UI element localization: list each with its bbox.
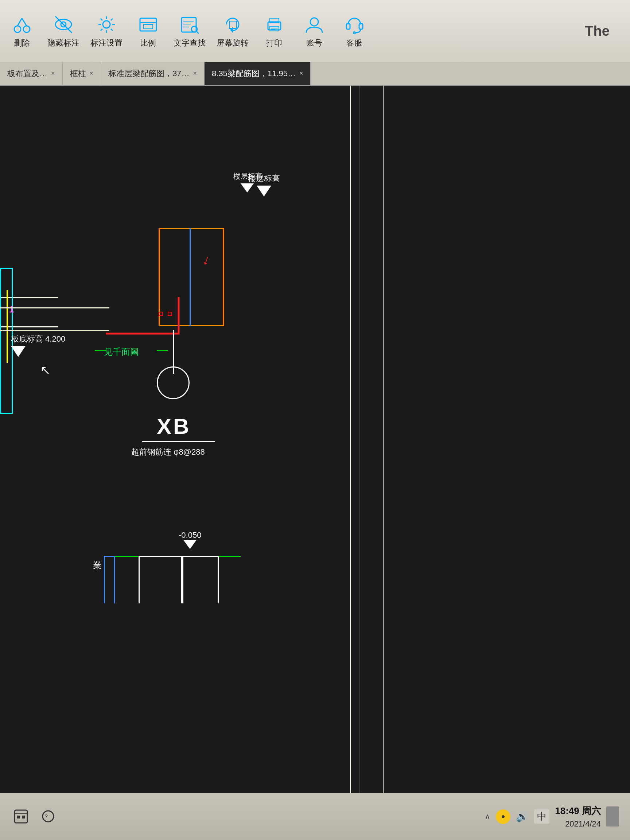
svg-point-0 <box>14 26 21 32</box>
rotate-icon <box>222 14 243 35</box>
elevation-bottom-label: -0.050 <box>178 531 201 540</box>
cursor-icon: ↖ <box>40 363 50 377</box>
tab-3-close[interactable]: × <box>193 69 197 77</box>
taskbar-time: 18:49 周六 <box>555 805 601 817</box>
vertical-line-2 <box>383 86 384 793</box>
xb-underline <box>142 441 215 442</box>
elevation-left-label: 板底标高 4.200 <box>11 333 65 344</box>
tab-1[interactable]: 板布置及… × <box>0 62 63 85</box>
tab-4-label: 8.35梁配筋图，11.95… <box>212 68 296 79</box>
tab-2-close[interactable]: × <box>90 69 94 77</box>
toolbar-hide-annotation[interactable]: 隐藏标注 <box>47 14 79 49</box>
svg-line-16 <box>196 32 199 33</box>
printer-icon <box>263 14 285 35</box>
tab-4[interactable]: 8.35梁配筋图，11.95… × <box>205 62 311 85</box>
tab-3[interactable]: 标准层梁配筋图，37… × <box>101 62 205 85</box>
svg-point-1 <box>23 26 30 32</box>
taskbar: ? ∧ ● 🔊 中 18:49 周六 2021/4/24 <box>0 793 630 840</box>
svg-point-24 <box>310 18 318 26</box>
tabbar: 板布置及… × 框柱 × 标准层梁配筋图，37… × 8.35梁配筋图，11.9… <box>0 62 630 86</box>
scissors-icon <box>11 14 33 35</box>
svg-rect-11 <box>182 17 196 32</box>
toolbar-erase[interactable]: 删除 <box>7 14 36 49</box>
xb-sublabel: 超前钢筋连 φ8@288 <box>131 447 205 458</box>
toolbar-annotation-settings[interactable]: 标注设置 <box>90 14 123 49</box>
triangle-bottom-icon <box>183 540 196 549</box>
toolbar-screen-rotate[interactable]: 屏幕旋转 <box>216 14 249 49</box>
hline-long-2 <box>0 330 109 331</box>
toolbar-hide-annotation-label: 隐藏标注 <box>47 38 79 49</box>
cad-canvas: 楼层标高 楼层标高 1 板底标高 4.200 ↖ ↑ 见千面圖 XB 超前钢筋连… <box>0 86 630 793</box>
settings-icon <box>96 14 117 35</box>
toolbar-scale[interactable]: 比例 <box>133 14 163 49</box>
toolbar-annotation-settings-label: 标注设置 <box>90 38 123 49</box>
bottom-rect-1 <box>104 556 115 603</box>
floor-elevation-label: 楼层标高 <box>233 171 262 181</box>
tab-3-label: 标准层梁配筋图，37… <box>108 68 189 79</box>
svg-point-7 <box>103 21 110 28</box>
svg-marker-17 <box>230 27 233 33</box>
red-square-2 <box>168 312 172 316</box>
jian-label: 见千面圖 <box>104 346 139 358</box>
triangle-left-icon <box>11 346 25 357</box>
svg-rect-26 <box>359 24 363 29</box>
hline-long-1 <box>0 307 109 308</box>
circle-symbol <box>157 366 189 399</box>
tab-4-close[interactable]: × <box>299 69 303 77</box>
tab-1-label: 板布置及… <box>7 68 47 79</box>
left-number: 1 <box>9 305 14 315</box>
taskbar-icon-1[interactable] <box>11 807 31 826</box>
svg-rect-30 <box>17 816 20 818</box>
taskbar-date: 2021/4/24 <box>565 819 601 829</box>
xb-label: XB <box>157 414 191 439</box>
svg-rect-31 <box>22 816 25 818</box>
scale-icon <box>137 14 159 35</box>
svg-text:?: ? <box>45 813 48 819</box>
clock-area: 18:49 周六 2021/4/24 <box>555 805 601 829</box>
vertical-line-1 <box>350 86 351 793</box>
user-icon <box>303 14 325 35</box>
tray-arrow-icon: ∧ <box>485 812 490 821</box>
network-icon: ● <box>496 809 510 824</box>
tab-2-label: 框柱 <box>70 68 86 79</box>
tab-1-close[interactable]: × <box>51 69 55 77</box>
svg-line-3 <box>22 18 27 26</box>
toolbar-account[interactable]: 账号 <box>300 14 329 49</box>
tab-2[interactable]: 框柱 × <box>63 62 101 85</box>
toolbar-text-search-label: 文字查找 <box>174 38 205 49</box>
svg-point-32 <box>43 811 54 822</box>
toolbar: 删除 隐藏标注 标注设置 比例 <box>0 0 630 62</box>
taskbar-rightmost-icon[interactable] <box>606 807 619 826</box>
bottom-label: 業 <box>93 560 102 571</box>
toolbar-scale-label: 比例 <box>140 38 156 49</box>
triangle-down-icon <box>257 186 271 196</box>
red-square-1 <box>159 312 163 316</box>
toolbar-text-search[interactable]: 文字查找 <box>174 14 205 49</box>
elevation-marker-bottom: -0.050 <box>178 531 201 549</box>
toolbar-erase-label: 删除 <box>14 38 30 49</box>
ime-indicator[interactable]: 中 <box>534 809 549 824</box>
svg-rect-25 <box>346 24 350 29</box>
eye-off-icon <box>52 14 74 35</box>
toolbar-print-label: 打印 <box>266 38 282 49</box>
vertical-line-3 <box>359 86 360 793</box>
speaker-icon: 🔊 <box>516 810 529 823</box>
svg-line-2 <box>17 18 22 26</box>
bottom-rect-3 <box>182 556 219 603</box>
toolbar-account-label: 账号 <box>306 38 322 49</box>
system-tray: ∧ ● 🔊 中 18:49 周六 2021/4/24 <box>485 805 619 829</box>
toolbar-customer-service[interactable]: 客服 <box>340 14 369 49</box>
taskbar-icon-2[interactable]: ? <box>38 807 58 826</box>
triangle-floor-elev <box>241 183 254 193</box>
toolbar-customer-service-label: 客服 <box>346 38 362 49</box>
toolbar-print[interactable]: 打印 <box>260 14 289 49</box>
svg-rect-28 <box>14 810 27 823</box>
headset-icon <box>343 14 365 35</box>
elevation-marker-left: 板底标高 4.200 <box>11 333 65 357</box>
corner-text: The <box>564 0 630 62</box>
svg-rect-10 <box>144 24 153 29</box>
red-lshape <box>106 297 223 341</box>
toolbar-screen-rotate-label: 屏幕旋转 <box>216 38 249 49</box>
search-text-icon <box>178 14 201 35</box>
jian-hline-right <box>157 350 168 351</box>
